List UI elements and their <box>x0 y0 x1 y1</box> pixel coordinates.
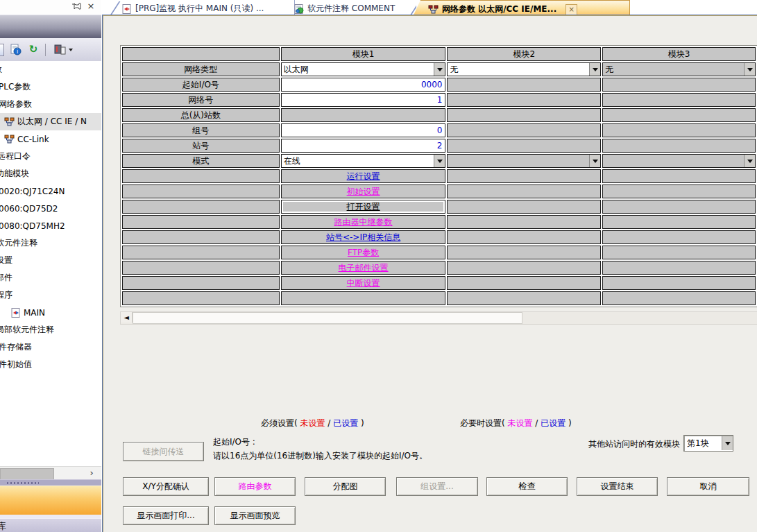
footer-button[interactable]: 分配图 <box>305 477 386 496</box>
empty-cell <box>447 215 601 229</box>
dropdown-cell[interactable] <box>602 154 756 168</box>
tree-item[interactable]: 件初始值 <box>0 356 101 373</box>
empty-cell <box>602 169 756 183</box>
dropdown-cell[interactable]: 无 <box>602 62 756 76</box>
tab-device-comment-label: 软元件注释 COMMENT <box>307 3 395 15</box>
navigation-header-band <box>0 15 101 39</box>
empty-cell <box>602 261 756 275</box>
tree-item-label: 0020:QJ71C24N <box>0 187 65 196</box>
tree-hscrollbar-thumb[interactable] <box>0 468 54 480</box>
refresh-icon[interactable]: ↻ <box>26 43 40 57</box>
valid-module-select[interactable]: 第1块 <box>683 435 733 452</box>
tree-item[interactable]: 局部软元件注释 <box>0 321 101 338</box>
dropdown-cell[interactable]: 以太网 <box>281 62 446 76</box>
tree-hscrollbar-right-arrow[interactable]: › <box>85 467 99 479</box>
tree-item[interactable]: 网络参数 <box>0 96 101 113</box>
dropdown-arrow-button[interactable] <box>744 63 755 76</box>
tree-item-label: 网络参数 <box>0 98 32 110</box>
interlink-transfer-button[interactable]: 链接间传送 <box>123 442 204 461</box>
dropdown-cell[interactable] <box>447 154 601 168</box>
module-config-icon[interactable] <box>53 43 67 57</box>
tree-item[interactable]: 件存储器 <box>0 338 101 356</box>
empty-cell <box>602 108 756 122</box>
tree-item[interactable]: MAIN <box>0 304 101 321</box>
footer-button[interactable]: 组设置... <box>396 477 478 496</box>
dropdown-value: 无 <box>448 64 589 76</box>
tree-hscrollbar[interactable]: › <box>0 466 101 480</box>
tree-item[interactable]: 以太网 / CC IE / N <box>0 113 101 130</box>
setting-link[interactable]: 初始设置 <box>347 187 380 196</box>
splitter-grip <box>7 482 39 484</box>
network-parameter-editor: 模块1模块2模块3网络类型以太网无无起始I/O号0000网络号1总(从)站数组号… <box>102 15 757 532</box>
row-label <box>122 169 280 183</box>
setting-link[interactable]: 电子邮件设置 <box>339 263 389 273</box>
footer-button[interactable]: 路由参数 <box>214 477 296 496</box>
value-cell[interactable]: 2 <box>281 139 446 153</box>
tree-item[interactable]: 功能模块 <box>0 165 101 182</box>
tree-item[interactable]: 部件 <box>0 269 101 286</box>
tree-item[interactable]: 0060:QD75D2 <box>0 200 101 217</box>
empty-cell <box>447 200 601 214</box>
doc-info-icon[interactable]: i <box>8 43 22 57</box>
setting-link-cell[interactable]: 打开设置 <box>281 200 446 214</box>
close-panel-icon[interactable]: × <box>86 1 96 12</box>
table-hscrollbar[interactable]: ◄ <box>120 311 757 325</box>
setting-link[interactable]: 打开设置 <box>347 202 380 212</box>
value-cell[interactable]: 1 <box>281 93 446 107</box>
tree-item[interactable]: 0080:QD75MH2 <box>0 217 101 234</box>
setting-link[interactable]: 运行设置 <box>347 171 380 181</box>
footer-button[interactable]: 检查 <box>486 477 568 496</box>
module-config-dropdown-caret[interactable] <box>69 49 73 51</box>
dropdown-cell[interactable]: 无 <box>447 62 601 76</box>
network-icon <box>4 135 15 144</box>
table-hscrollbar-left-arrow[interactable]: ◄ <box>121 312 133 323</box>
dropdown-arrow-button[interactable] <box>589 155 600 167</box>
setting-link[interactable]: FTP参数 <box>348 248 379 257</box>
dropdown-arrow-button[interactable] <box>744 155 755 167</box>
tree-item[interactable]: 程序 <box>0 286 101 304</box>
tab-close-icon[interactable]: × <box>565 4 577 15</box>
pin-icon[interactable] <box>72 2 82 12</box>
tree-item[interactable]: 远程口令 <box>0 148 101 165</box>
empty-cell <box>447 246 601 259</box>
setting-link[interactable]: 中断设置 <box>347 278 380 288</box>
tree-item-label: 0060:QD75D2 <box>0 204 58 214</box>
footer-button[interactable]: 取消 <box>667 477 749 496</box>
nav-button-project[interactable] <box>0 486 101 515</box>
setting-link-cell[interactable]: FTP参数 <box>281 246 446 259</box>
nav-button-user-library[interactable]: 库 <box>0 518 101 532</box>
tree-item[interactable]: 数 <box>0 61 101 78</box>
footer-button[interactable]: 显示画面预览 <box>214 506 296 525</box>
footer-button[interactable]: 显示画面打印... <box>123 506 209 525</box>
tree-item[interactable]: 设置 <box>0 252 101 269</box>
network-icon <box>4 117 15 126</box>
tree-item[interactable]: 0020:QJ71C24N <box>0 182 101 200</box>
empty-cell <box>602 139 756 153</box>
tree-item[interactable]: PLC参数 <box>0 78 101 96</box>
setting-link[interactable]: 站号<->IP相关信息 <box>326 232 400 242</box>
setting-link-cell[interactable]: 电子邮件设置 <box>281 261 446 275</box>
footer-button[interactable]: X/Y分配确认 <box>123 477 209 496</box>
row-label <box>122 200 280 214</box>
value-cell[interactable]: 0 <box>281 123 446 137</box>
required-setting-legend: 必须设置( 未设置 / 已设置 ) <box>261 418 364 429</box>
tree-item[interactable]: CC-Link <box>0 130 101 148</box>
dropdown-arrow-button[interactable] <box>434 155 445 167</box>
dropdown-cell[interactable]: 在线 <box>281 154 446 168</box>
tree-item[interactable]: 软元件注释 <box>0 234 101 252</box>
value-cell[interactable]: 0000 <box>281 78 446 92</box>
dropdown-arrow-button[interactable] <box>434 63 445 76</box>
footer-button[interactable]: 设置结束 <box>577 477 658 496</box>
setting-link-cell[interactable]: 站号<->IP相关信息 <box>281 230 446 244</box>
setting-link-cell[interactable]: 路由器中继参数 <box>281 215 446 229</box>
setting-link[interactable]: 路由器中继参数 <box>334 217 393 227</box>
row-label: 站号 <box>122 139 280 153</box>
setting-link-cell[interactable]: 初始设置 <box>281 185 446 198</box>
setting-link-cell[interactable]: 中断设置 <box>281 276 446 290</box>
valid-module-dropdown-arrow[interactable] <box>722 436 733 450</box>
table-hscrollbar-thumb[interactable] <box>133 312 522 324</box>
row-label <box>122 230 280 244</box>
cropped-icon[interactable] <box>0 44 4 56</box>
dropdown-arrow-button[interactable] <box>589 63 600 76</box>
setting-link-cell[interactable]: 运行设置 <box>281 169 446 183</box>
